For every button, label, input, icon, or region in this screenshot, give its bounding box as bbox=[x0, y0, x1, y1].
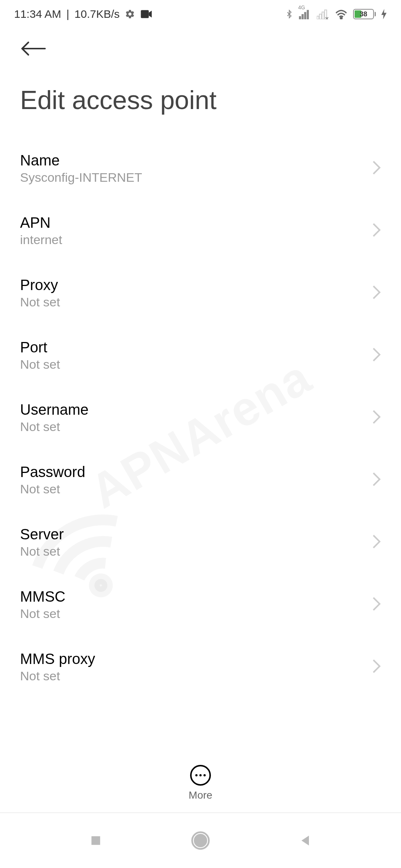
setting-value: Not set bbox=[20, 606, 65, 621]
svg-point-14 bbox=[195, 835, 206, 846]
chevron-right-icon bbox=[372, 160, 381, 177]
svg-rect-6 bbox=[317, 16, 319, 19]
setting-value: Not set bbox=[20, 669, 95, 683]
setting-name[interactable]: Name Sysconfig-INTERNET bbox=[20, 137, 381, 200]
more-icon bbox=[190, 765, 211, 786]
svg-rect-4 bbox=[304, 12, 306, 19]
signal-4g-icon: 4G bbox=[299, 9, 312, 19]
setting-value: Not set bbox=[20, 482, 85, 496]
setting-value: Not set bbox=[20, 420, 89, 434]
setting-label: APN bbox=[20, 214, 62, 231]
settings-gear-icon bbox=[125, 9, 135, 19]
status-separator: | bbox=[66, 8, 69, 20]
bluetooth-icon bbox=[285, 8, 294, 20]
setting-server[interactable]: Server Not set bbox=[20, 511, 381, 573]
setting-username[interactable]: Username Not set bbox=[20, 387, 381, 449]
svg-rect-1 bbox=[141, 10, 149, 18]
svg-rect-2 bbox=[299, 16, 301, 19]
navigation-bar bbox=[0, 812, 401, 868]
chevron-right-icon bbox=[372, 410, 381, 426]
setting-label: MMS proxy bbox=[20, 651, 95, 667]
setting-label: MMSC bbox=[20, 588, 65, 605]
svg-rect-8 bbox=[322, 12, 324, 19]
setting-mmsc[interactable]: MMSC Not set bbox=[20, 573, 381, 636]
more-label: More bbox=[189, 789, 212, 801]
setting-label: Proxy bbox=[20, 277, 60, 293]
header bbox=[0, 28, 401, 67]
setting-mms-proxy[interactable]: MMS proxy Not set bbox=[20, 636, 381, 698]
chevron-right-icon bbox=[372, 285, 381, 301]
svg-point-10 bbox=[340, 17, 342, 19]
svg-rect-12 bbox=[91, 836, 100, 845]
page-title: Edit access point bbox=[0, 67, 401, 137]
setting-label: Server bbox=[20, 526, 64, 543]
status-left: 11:34 AM | 10.7KB/s bbox=[14, 8, 152, 20]
nav-recent-apps[interactable] bbox=[88, 833, 103, 848]
setting-value: Not set bbox=[20, 357, 60, 372]
status-time: 11:34 AM bbox=[14, 8, 61, 20]
setting-label: Username bbox=[20, 401, 89, 418]
setting-value: Not set bbox=[20, 544, 64, 559]
wifi-icon bbox=[335, 9, 348, 19]
back-button[interactable] bbox=[20, 39, 46, 58]
nav-back[interactable] bbox=[298, 833, 313, 848]
chevron-right-icon bbox=[372, 596, 381, 613]
chevron-right-icon bbox=[372, 659, 381, 675]
setting-value: Not set bbox=[20, 295, 60, 309]
more-button[interactable]: More bbox=[0, 754, 401, 801]
setting-apn[interactable]: APN internet bbox=[20, 200, 381, 262]
signal-empty-icon bbox=[317, 9, 329, 19]
chevron-right-icon bbox=[372, 534, 381, 550]
setting-password[interactable]: Password Not set bbox=[20, 449, 381, 511]
setting-proxy[interactable]: Proxy Not set bbox=[20, 262, 381, 324]
chevron-right-icon bbox=[372, 223, 381, 239]
status-data-rate: 10.7KB/s bbox=[75, 8, 120, 20]
fade-overlay bbox=[0, 734, 401, 753]
chevron-right-icon bbox=[372, 472, 381, 488]
status-right: 4G 38 bbox=[285, 8, 387, 20]
setting-label: Password bbox=[20, 464, 85, 480]
status-bar: 11:34 AM | 10.7KB/s 4G 38 bbox=[0, 0, 401, 28]
setting-port[interactable]: Port Not set bbox=[20, 324, 381, 387]
charging-icon bbox=[381, 9, 387, 19]
chevron-right-icon bbox=[372, 347, 381, 364]
svg-rect-3 bbox=[301, 14, 304, 19]
setting-label: Port bbox=[20, 339, 60, 356]
camera-icon bbox=[140, 10, 152, 19]
setting-value: Sysconfig-INTERNET bbox=[20, 170, 142, 185]
svg-rect-5 bbox=[307, 10, 309, 19]
svg-rect-7 bbox=[319, 14, 322, 19]
settings-list: Name Sysconfig-INTERNET APN internet Pro… bbox=[0, 137, 401, 698]
setting-value: internet bbox=[20, 233, 62, 247]
setting-label: Name bbox=[20, 152, 142, 169]
battery-indicator: 38 bbox=[353, 9, 376, 19]
nav-home[interactable] bbox=[190, 831, 211, 851]
